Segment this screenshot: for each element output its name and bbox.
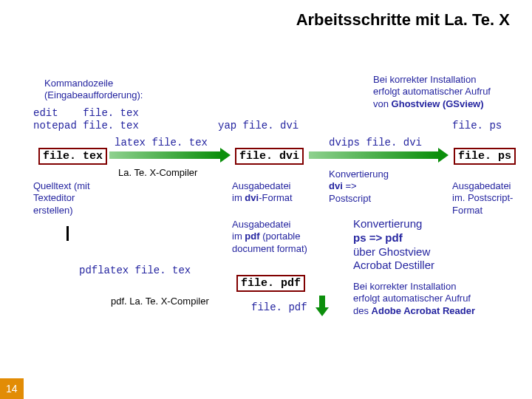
- label: Konvertierung: [329, 168, 389, 180]
- label: Konvertierung: [353, 217, 422, 230]
- note-konv-dvips: Konvertierung dvi => Postscript: [329, 168, 389, 205]
- label: Acrobat Destiller: [353, 259, 434, 271]
- note-quelltext: Quelltext (mit Texteditor erstellen): [33, 180, 90, 216]
- label: erfolgt automatischer Aufruf: [353, 293, 471, 304]
- arrow-pdf-down: [319, 296, 325, 307]
- cmd-dvips: dvips file. dvi: [329, 137, 422, 149]
- box-file-tex: file. tex: [38, 148, 107, 165]
- label: Bei korrekter Installation: [373, 74, 476, 85]
- label: dvi: [329, 180, 343, 191]
- box-file-dvi: file. dvi: [235, 148, 304, 165]
- label: (Eingabeaufforderung):: [44, 89, 143, 100]
- label: Texteditor: [33, 192, 75, 203]
- note-ghostview: Bei korrekter Installation erfolgt autom…: [373, 74, 491, 110]
- cmd-edit: edit file. tex: [33, 107, 139, 119]
- note-ausgabe-dvi: Ausgabedatei im dvi-Format: [232, 180, 293, 205]
- cmd-latex: latex file. tex: [115, 137, 208, 149]
- note-kommandozeile: Kommandozeile (Eingabeaufforderung):: [44, 78, 143, 102]
- box-file-pdf: file. pdf: [236, 275, 305, 292]
- arrow-tex-to-dvi: [109, 151, 220, 159]
- slide-number: 14: [0, 378, 24, 399]
- note-konv-pspdf: Konvertierung ps => pdf über Ghostview A…: [353, 217, 434, 273]
- cmd-file-ps: file. ps: [452, 120, 502, 132]
- label: von: [373, 98, 392, 109]
- label-ghostview: Ghostview (GSview): [392, 98, 484, 109]
- label: -Format: [259, 192, 293, 203]
- note-acrobat: Bei korrekter Installation erfolgt autom…: [353, 281, 475, 317]
- label: =>: [343, 180, 357, 191]
- arrow-dvi-to-ps: [309, 151, 438, 159]
- label: über Ghostview: [353, 245, 430, 258]
- text-cursor-icon: [66, 226, 69, 241]
- label-pdf-compiler: pdf. La. Te. X-Compiler: [111, 296, 209, 307]
- cmd-pdflatex: pdflatex file. tex: [79, 265, 191, 276]
- slide-title: Arbeitsschritte mit La. Te. X: [0, 10, 510, 30]
- cmd-yap: yap file. dvi: [218, 120, 299, 132]
- box-file-ps: file. ps: [454, 148, 516, 165]
- label: Adobe Acrobat Reader: [372, 305, 475, 316]
- label: Postscript: [329, 193, 371, 204]
- label: Quelltext (mit: [33, 180, 90, 191]
- label: im: [232, 231, 245, 242]
- label: Ausgabedatei: [232, 219, 291, 230]
- label: Kommandozeile: [44, 78, 113, 89]
- label: dvi: [245, 192, 259, 203]
- label: (portable: [260, 231, 301, 242]
- label: im. Postscript-: [452, 192, 513, 203]
- label-latex-compiler: La. Te. X-Compiler: [118, 167, 197, 179]
- note-ausgabe-ps: Ausgabedatei im. Postscript- Format: [452, 180, 513, 216]
- label: Bei korrekter Installation: [353, 281, 456, 292]
- label: im: [232, 192, 245, 203]
- label: document format): [232, 243, 307, 254]
- label: Ausgabedatei: [232, 180, 291, 191]
- cmd-notepad: notepad file. tex: [33, 120, 139, 132]
- note-ausgabe-pdf: Ausgabedatei im pdf (portable document f…: [232, 219, 307, 255]
- label: Ausgabedatei: [452, 180, 511, 191]
- label: ps => pdf: [353, 231, 403, 244]
- cmd-file-pdf: file. pdf: [251, 301, 307, 313]
- label: Format: [452, 205, 482, 216]
- label: des: [353, 305, 372, 316]
- label: pdf: [245, 231, 259, 242]
- label: erfolgt automatischer Aufruf: [373, 86, 491, 97]
- label: erstellen): [33, 205, 72, 216]
